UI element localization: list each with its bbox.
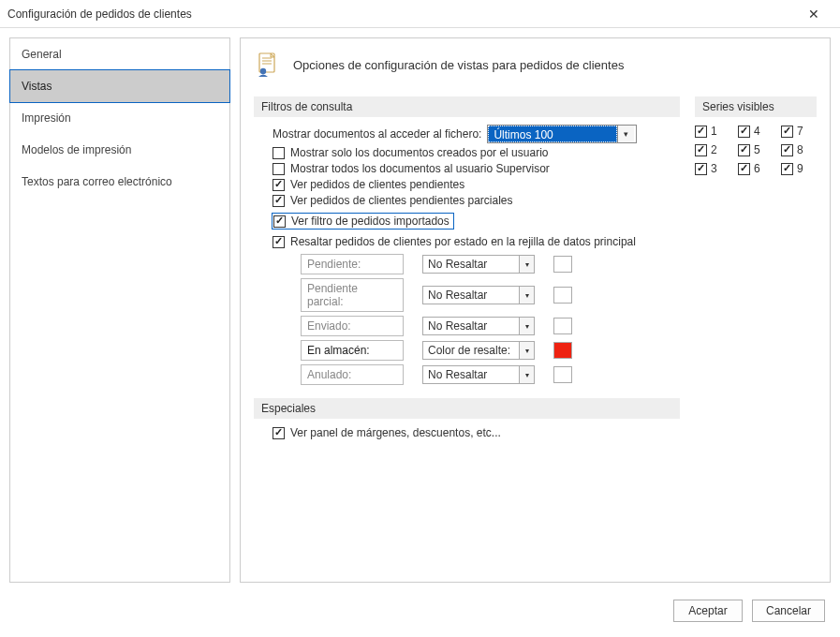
sidebar-item-modelos[interactable]: Modelos de impresión	[10, 134, 229, 166]
state-label: Anulado:	[301, 364, 404, 385]
state-label: Pendiente:	[301, 254, 404, 274]
state-select-en-almacen[interactable]: Color de resalte: ▾	[422, 341, 535, 360]
doc-access-value: Últimos 100	[488, 126, 617, 142]
checkbox-icon	[738, 163, 750, 175]
chevron-down-icon: ▾	[519, 256, 534, 273]
series-column: Series visibles 1 4 7 2 5 8 3 6 9	[695, 93, 817, 175]
check-created-by-user[interactable]: Mostrar solo los documentos creados por …	[254, 146, 680, 159]
specials-section: Especiales Ver panel de márgenes, descue…	[254, 398, 680, 439]
checkbox-icon	[781, 126, 793, 138]
series-grid: 1 4 7 2 5 8 3 6 9	[695, 125, 817, 175]
state-row-enviado: Enviado: No Resaltar ▾	[301, 316, 680, 336]
checkbox-icon	[738, 126, 750, 138]
checkbox-icon	[695, 163, 707, 175]
section-series-title: Series visibles	[695, 96, 817, 117]
state-row-pendiente: Pendiente: No Resaltar ▾	[301, 254, 680, 274]
check-highlight-by-state[interactable]: Resaltar pedidos de clientes por estado …	[254, 235, 680, 248]
checkbox-icon	[273, 163, 285, 175]
checkbox-icon	[781, 144, 793, 156]
check-label: Ver pedidos de clientes pendientes	[290, 178, 464, 191]
state-highlight-table: Pendiente: No Resaltar ▾ Pendiente parci…	[301, 254, 680, 385]
checkbox-icon	[273, 179, 285, 191]
chevron-down-icon: ▾	[519, 342, 534, 359]
checkbox-icon	[738, 144, 750, 156]
accept-button[interactable]: Aceptar	[673, 600, 743, 622]
check-label: Resaltar pedidos de clientes por estado …	[290, 235, 636, 248]
check-label: Mostrar solo los documentos creados por …	[290, 146, 548, 159]
chevron-down-icon: ▾	[617, 126, 634, 142]
body: General Vistas Impresión Modelos de impr…	[0, 28, 840, 592]
series-item-6[interactable]: 6	[738, 162, 775, 175]
state-row-pendiente-parcial: Pendiente parcial: No Resaltar ▾	[301, 278, 680, 312]
state-row-anulado: Anulado: No Resaltar ▾	[301, 364, 680, 385]
check-supervisor-all[interactable]: Mostrar todos los documentos al usuario …	[254, 162, 680, 175]
check-margins-panel[interactable]: Ver panel de márgenes, descuentos, etc..…	[254, 426, 680, 439]
panel-title: Opciones de configuración de vistas para…	[293, 58, 624, 72]
state-select-anulado[interactable]: No Resaltar ▾	[422, 365, 535, 384]
filters-column: Filtros de consulta Mostrar documentos a…	[254, 93, 680, 442]
state-select-pendiente-parcial[interactable]: No Resaltar ▾	[422, 286, 535, 304]
chevron-down-icon: ▾	[519, 318, 534, 334]
color-swatch[interactable]	[553, 256, 572, 273]
check-label: Ver pedidos de clientes pendientes parci…	[290, 194, 513, 207]
main-panel: Opciones de configuración de vistas para…	[240, 37, 831, 583]
checkbox-icon	[273, 195, 285, 207]
checkbox-icon	[273, 147, 285, 159]
window-title: Configuración de pedidos de clientes	[7, 7, 795, 21]
close-icon[interactable]: ✕	[795, 1, 833, 27]
sidebar-item-textos-correo[interactable]: Textos para correo electrónico	[10, 166, 229, 198]
color-swatch[interactable]	[553, 366, 572, 383]
state-label: Enviado:	[301, 316, 404, 336]
chevron-down-icon: ▾	[519, 287, 534, 304]
series-item-5[interactable]: 5	[738, 143, 775, 156]
checkbox-icon	[781, 163, 793, 175]
check-pending[interactable]: Ver pedidos de clientes pendientes	[254, 178, 680, 191]
document-person-icon	[256, 52, 282, 78]
checkbox-icon	[695, 126, 707, 138]
doc-access-label: Mostrar documentos al acceder al fichero…	[273, 127, 481, 141]
state-label: Pendiente parcial:	[301, 278, 404, 312]
panel-header: Opciones de configuración de vistas para…	[254, 48, 817, 81]
checkbox-icon	[273, 215, 286, 228]
sidebar-item-general[interactable]: General	[10, 38, 229, 70]
sidebar-item-vistas[interactable]: Vistas	[9, 69, 230, 103]
color-swatch[interactable]	[553, 287, 572, 304]
checkbox-icon	[273, 236, 285, 248]
chevron-down-icon: ▾	[519, 366, 534, 383]
series-item-4[interactable]: 4	[738, 125, 775, 138]
color-swatch[interactable]	[553, 318, 572, 334]
doc-access-select[interactable]: Últimos 100 ▾	[487, 125, 637, 143]
check-label: Ver panel de márgenes, descuentos, etc..…	[290, 426, 501, 439]
section-filters-title: Filtros de consulta	[254, 96, 680, 117]
state-row-en-almacen: En almacén: Color de resalte: ▾	[301, 340, 680, 361]
state-label: En almacén:	[301, 340, 404, 361]
state-select-enviado[interactable]: No Resaltar ▾	[422, 317, 535, 335]
series-item-1[interactable]: 1	[695, 125, 732, 138]
checkbox-icon	[695, 144, 707, 156]
check-label: Ver filtro de pedidos importados	[291, 215, 449, 228]
svg-point-4	[260, 68, 266, 74]
sidebar-item-impresion[interactable]: Impresión	[10, 102, 229, 134]
series-item-2[interactable]: 2	[695, 143, 732, 156]
series-item-8[interactable]: 8	[781, 143, 818, 156]
sidebar: General Vistas Impresión Modelos de impr…	[9, 37, 230, 583]
series-item-9[interactable]: 9	[781, 162, 818, 175]
checkbox-icon	[273, 427, 285, 439]
state-select-pendiente[interactable]: No Resaltar ▾	[422, 255, 535, 274]
color-swatch[interactable]	[553, 342, 572, 359]
titlebar: Configuración de pedidos de clientes ✕	[0, 0, 840, 28]
doc-access-row: Mostrar documentos al acceder al fichero…	[254, 125, 680, 143]
check-label: Mostrar todos los documentos al usuario …	[290, 162, 550, 175]
cancel-button[interactable]: Cancelar	[752, 600, 825, 622]
check-pending-partial[interactable]: Ver pedidos de clientes pendientes parci…	[254, 194, 680, 207]
footer: Aceptar Cancelar	[0, 592, 840, 630]
section-specials-title: Especiales	[254, 398, 680, 419]
check-imported-filter[interactable]: Ver filtro de pedidos importados	[272, 213, 454, 230]
series-item-7[interactable]: 7	[781, 125, 818, 138]
series-item-3[interactable]: 3	[695, 162, 732, 175]
